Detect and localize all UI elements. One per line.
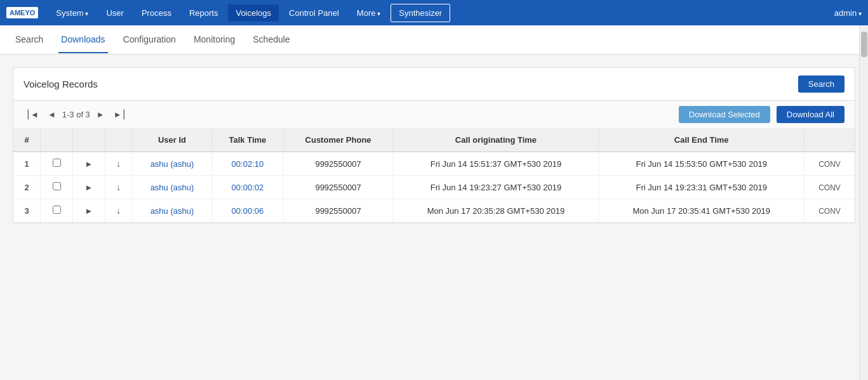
col-type [805,129,855,152]
voicelog-table: # User Id Talk Time Customer Phone Call … [13,129,855,223]
cell-talk-time: 00:00:02 [212,176,283,199]
cell-customer-phone: 9992550007 [283,152,393,176]
card-header: Voicelog Records Search [13,68,855,101]
col-play [72,129,105,152]
cell-talk-time: 00:00:06 [212,199,283,223]
card-title: Voicelog Records [23,79,98,89]
cell-type: CONV [805,152,855,176]
cell-checkbox[interactable] [41,152,73,176]
cell-play[interactable]: ► [72,199,105,223]
pagination-actions: Download Selected Download All [679,106,845,123]
user-link[interactable]: ashu (ashu) [150,159,194,169]
scrollbar-thumb[interactable] [861,32,867,57]
pagination-bar: ⎮◄ ◄ 1-3 of 3 ► ►⎮ Download Selected Dow… [13,101,855,129]
cell-type: CONV [805,176,855,199]
nav-synthesizer[interactable]: Synthesizer [391,4,450,22]
row-checkbox[interactable] [53,182,61,190]
top-navigation: AMEYO System User Process Reports Voicel… [0,0,868,25]
cell-play[interactable]: ► [72,176,105,199]
subnav-monitoring[interactable]: Monitoring [191,27,237,53]
play-button[interactable]: ► [84,206,93,216]
nav-right: admin [834,8,862,18]
nav-process[interactable]: Process [134,4,179,22]
main-content: Voicelog Records Search ⎮◄ ◄ 1-3 of 3 ► … [0,55,868,380]
col-download [105,129,132,152]
nav-control-panel[interactable]: Control Panel [281,4,347,22]
pagination-controls: ⎮◄ ◄ 1-3 of 3 ► ►⎮ [23,108,129,121]
play-button[interactable]: ► [84,159,93,169]
table-row: 3 ► ↓ ashu (ashu) 00:00:06 9992550007 Mo… [13,199,855,223]
next-page-button[interactable]: ► [94,108,107,121]
table-row: 1 ► ↓ ashu (ashu) 00:02:10 9992550007 Fr… [13,152,855,176]
cell-talk-time: 00:02:10 [212,152,283,176]
cell-play[interactable]: ► [72,152,105,176]
user-link[interactable]: ashu (ashu) [150,206,194,216]
col-talk-time: Talk Time [212,129,283,152]
subnav-schedule[interactable]: Schedule [250,27,292,53]
col-call-end-time: Call End Time [599,129,805,152]
nav-user[interactable]: User [98,4,131,22]
prev-page-button[interactable]: ◄ [45,108,58,121]
download-row-button[interactable]: ↓ [116,159,121,169]
col-user-id: User Id [132,129,212,152]
cell-num: 2 [13,176,41,199]
voicelog-card: Voicelog Records Search ⎮◄ ◄ 1-3 of 3 ► … [13,67,855,223]
cell-download[interactable]: ↓ [105,199,132,223]
cell-download[interactable]: ↓ [105,152,132,176]
cell-num: 3 [13,199,41,223]
nav-more[interactable]: More [349,4,388,22]
download-all-button[interactable]: Download All [777,106,845,123]
download-selected-button[interactable]: Download Selected [679,106,770,123]
nav-system[interactable]: System [48,4,96,22]
nav-voicelogs[interactable]: Voicelogs [228,4,279,22]
cell-type: CONV [805,199,855,223]
cell-user-id: ashu (ashu) [132,152,212,176]
cell-customer-phone: 9992550007 [283,199,393,223]
col-checkbox [41,129,73,152]
user-link[interactable]: ashu (ashu) [150,183,194,192]
admin-menu[interactable]: admin [834,8,862,18]
cell-call-orig-time: Mon Jun 17 20:35:28 GMT+530 2019 [393,199,599,223]
col-call-orig-time: Call originating Time [393,129,599,152]
search-button[interactable]: Search [798,75,845,93]
nav-reports[interactable]: Reports [182,4,226,22]
play-button[interactable]: ► [84,183,93,192]
cell-num: 1 [13,152,41,176]
first-page-button[interactable]: ⎮◄ [23,108,41,121]
subnav-downloads[interactable]: Downloads [58,27,107,53]
subnav-configuration[interactable]: Configuration [121,27,178,53]
cell-checkbox[interactable] [41,199,73,223]
table-row: 2 ► ↓ ashu (ashu) 00:00:02 9992550007 Fr… [13,176,855,199]
sub-navigation: Search Downloads Configuration Monitorin… [0,25,868,55]
subnav-search[interactable]: Search [13,27,46,53]
last-page-button[interactable]: ►⎮ [111,108,129,121]
cell-call-end-time: Fri Jun 14 19:23:31 GMT+530 2019 [599,176,805,199]
row-checkbox[interactable] [53,159,61,167]
col-num: # [13,129,41,152]
table-container: # User Id Talk Time Customer Phone Call … [13,129,855,223]
table-body: 1 ► ↓ ashu (ashu) 00:02:10 9992550007 Fr… [13,152,855,223]
cell-user-id: ashu (ashu) [132,199,212,223]
cell-call-end-time: Mon Jun 17 20:35:41 GMT+530 2019 [599,199,805,223]
scrollbar[interactable] [859,25,868,380]
download-row-button[interactable]: ↓ [116,182,121,192]
table-header-row: # User Id Talk Time Customer Phone Call … [13,129,855,152]
cell-download[interactable]: ↓ [105,176,132,199]
cell-call-end-time: Fri Jun 14 15:53:50 GMT+530 2019 [599,152,805,176]
cell-call-orig-time: Fri Jun 14 19:23:27 GMT+530 2019 [393,176,599,199]
cell-checkbox[interactable] [41,176,73,199]
logo[interactable]: AMEYO [6,7,42,18]
nav-items: System User Process Reports Voicelogs Co… [48,4,834,22]
logo-box: AMEYO [6,7,38,18]
pagination-info: 1-3 of 3 [62,110,90,119]
col-customer-phone: Customer Phone [283,129,393,152]
row-checkbox[interactable] [53,206,61,214]
download-row-button[interactable]: ↓ [116,206,121,216]
cell-customer-phone: 9992550007 [283,176,393,199]
cell-call-orig-time: Fri Jun 14 15:51:37 GMT+530 2019 [393,152,599,176]
cell-user-id: ashu (ashu) [132,176,212,199]
